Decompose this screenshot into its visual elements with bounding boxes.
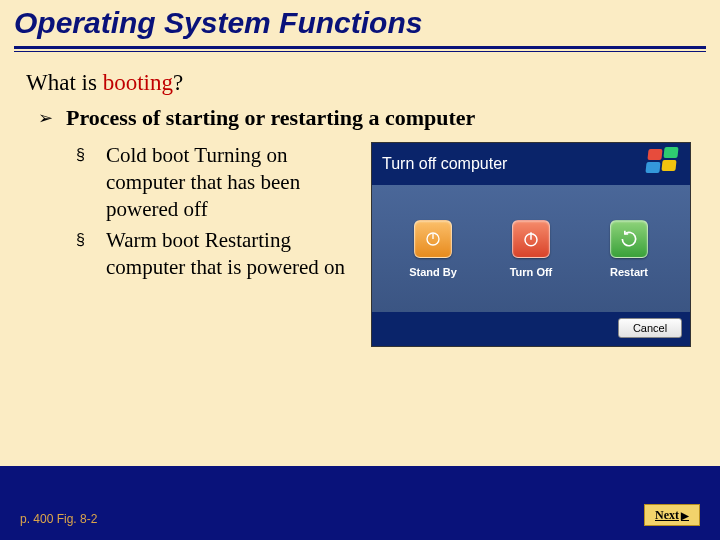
next-label: Next [655, 508, 679, 523]
bullet-level2: § Cold boot Turning on computer that has… [76, 142, 371, 223]
restart-option[interactable]: Restart [584, 220, 674, 278]
next-button[interactable]: Next▶ [644, 504, 700, 526]
dialog-footer: Cancel [372, 312, 690, 346]
page-title: Operating System Functions [14, 6, 706, 40]
dialog-title: Turn off computer [382, 155, 507, 173]
turnoff-option[interactable]: Turn Off [486, 220, 576, 278]
warm-boot-heading: Warm boot [106, 228, 199, 252]
question-prefix: What is [26, 70, 103, 95]
restart-icon [619, 229, 639, 249]
arrow-bullet-icon: ➢ [38, 104, 66, 132]
section-bullet-icon: § [76, 142, 106, 223]
standby-label: Stand By [409, 266, 457, 278]
question-suffix: ? [173, 70, 183, 95]
restart-label: Restart [610, 266, 648, 278]
shutdown-dialog: Turn off computer [371, 142, 691, 347]
page-reference: p. 400 Fig. 8-2 [20, 512, 97, 526]
moon-icon [425, 231, 441, 247]
power-icon [522, 230, 540, 248]
arrow-right-icon: ▶ [681, 510, 689, 521]
dialog-header: Turn off computer [372, 143, 690, 185]
bullet-level2: § Warm boot Restarting computer that is … [76, 227, 371, 281]
question-heading: What is booting? [26, 70, 694, 96]
turnoff-button[interactable] [512, 220, 550, 258]
standby-option[interactable]: Stand By [388, 220, 478, 278]
level1-text: Process of starting or restarting a comp… [66, 104, 475, 132]
bottom-bar: p. 400 Fig. 8-2 Next▶ [0, 466, 720, 540]
standby-button[interactable] [414, 220, 452, 258]
restart-button[interactable] [610, 220, 648, 258]
bullet-level1: ➢ Process of starting or restarting a co… [26, 104, 694, 132]
section-bullet-icon: § [76, 227, 106, 281]
turnoff-label: Turn Off [510, 266, 553, 278]
cold-boot-heading: Cold boot [106, 143, 189, 167]
level2-text: Cold boot Turning on computer that has b… [106, 142, 371, 223]
cancel-button[interactable]: Cancel [618, 318, 682, 338]
windows-logo-icon [646, 147, 684, 179]
level2-text: Warm boot Restarting computer that is po… [106, 227, 371, 281]
question-keyword: booting [103, 70, 173, 95]
